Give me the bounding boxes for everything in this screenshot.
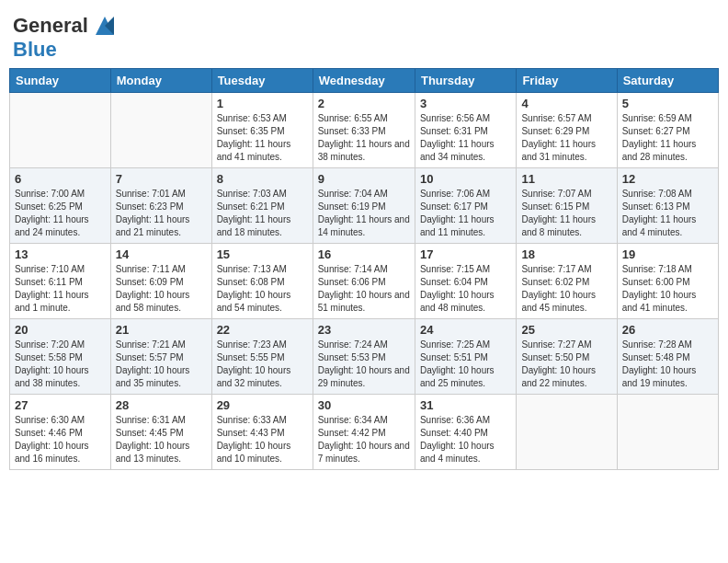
day-number: 22 <box>217 323 308 337</box>
calendar-cell: 16Sunrise: 7:14 AM Sunset: 6:06 PM Dayli… <box>313 244 415 319</box>
day-info: Sunrise: 7:13 AM Sunset: 6:08 PM Dayligh… <box>217 263 308 315</box>
calendar-cell: 13Sunrise: 7:10 AM Sunset: 6:11 PM Dayli… <box>10 244 111 319</box>
calendar-week-row: 6Sunrise: 7:00 AM Sunset: 6:25 PM Daylig… <box>10 168 719 244</box>
calendar-cell: 23Sunrise: 7:24 AM Sunset: 5:53 PM Dayli… <box>313 319 415 395</box>
calendar-cell: 17Sunrise: 7:15 AM Sunset: 6:04 PM Dayli… <box>415 244 516 319</box>
calendar-cell: 4Sunrise: 6:57 AM Sunset: 6:29 PM Daylig… <box>517 93 617 168</box>
day-number: 28 <box>116 398 207 412</box>
day-info: Sunrise: 7:14 AM Sunset: 6:06 PM Dayligh… <box>318 263 410 315</box>
day-number: 25 <box>521 323 611 337</box>
calendar-cell: 29Sunrise: 6:33 AM Sunset: 4:43 PM Dayli… <box>211 395 313 470</box>
day-info: Sunrise: 6:57 AM Sunset: 6:29 PM Dayligh… <box>521 112 611 164</box>
weekday-header-cell: Monday <box>110 69 211 93</box>
day-info: Sunrise: 7:03 AM Sunset: 6:21 PM Dayligh… <box>217 188 308 239</box>
day-number: 6 <box>15 172 106 186</box>
calendar-cell: 6Sunrise: 7:00 AM Sunset: 6:25 PM Daylig… <box>10 168 111 244</box>
calendar-week-row: 27Sunrise: 6:30 AM Sunset: 4:46 PM Dayli… <box>10 395 719 470</box>
calendar-cell: 11Sunrise: 7:07 AM Sunset: 6:15 PM Dayli… <box>517 168 617 244</box>
day-number: 4 <box>521 97 611 110</box>
day-number: 29 <box>217 398 308 412</box>
day-number: 24 <box>420 323 511 337</box>
logo: General Blue <box>13 13 118 61</box>
calendar-cell <box>110 93 211 168</box>
day-info: Sunrise: 6:56 AM Sunset: 6:31 PM Dayligh… <box>420 112 511 164</box>
page-header: General Blue <box>9 9 719 61</box>
calendar-cell: 20Sunrise: 7:20 AM Sunset: 5:58 PM Dayli… <box>10 319 111 395</box>
day-info: Sunrise: 7:28 AM Sunset: 5:48 PM Dayligh… <box>622 339 713 390</box>
logo-text-blue: Blue <box>13 38 57 61</box>
day-number: 12 <box>622 172 713 186</box>
calendar-cell: 9Sunrise: 7:04 AM Sunset: 6:19 PM Daylig… <box>313 168 415 244</box>
calendar-cell: 19Sunrise: 7:18 AM Sunset: 6:00 PM Dayli… <box>617 244 718 319</box>
day-number: 30 <box>318 398 410 412</box>
day-number: 17 <box>420 247 511 261</box>
calendar-cell: 10Sunrise: 7:06 AM Sunset: 6:17 PM Dayli… <box>415 168 516 244</box>
calendar-cell: 26Sunrise: 7:28 AM Sunset: 5:48 PM Dayli… <box>617 319 718 395</box>
day-info: Sunrise: 6:34 AM Sunset: 4:42 PM Dayligh… <box>318 414 410 465</box>
day-info: Sunrise: 6:53 AM Sunset: 6:35 PM Dayligh… <box>217 112 308 164</box>
day-info: Sunrise: 7:25 AM Sunset: 5:51 PM Dayligh… <box>420 339 511 390</box>
day-info: Sunrise: 7:27 AM Sunset: 5:50 PM Dayligh… <box>521 339 611 390</box>
day-number: 9 <box>318 172 410 186</box>
day-info: Sunrise: 7:21 AM Sunset: 5:57 PM Dayligh… <box>116 339 207 390</box>
day-info: Sunrise: 7:17 AM Sunset: 6:02 PM Dayligh… <box>521 263 611 315</box>
day-number: 13 <box>15 247 106 261</box>
weekday-header-cell: Saturday <box>617 69 718 93</box>
calendar-cell: 18Sunrise: 7:17 AM Sunset: 6:02 PM Dayli… <box>517 244 617 319</box>
calendar-cell: 31Sunrise: 6:36 AM Sunset: 4:40 PM Dayli… <box>415 395 516 470</box>
day-info: Sunrise: 7:18 AM Sunset: 6:00 PM Dayligh… <box>622 263 713 315</box>
calendar-cell: 3Sunrise: 6:56 AM Sunset: 6:31 PM Daylig… <box>415 93 516 168</box>
calendar-cell: 24Sunrise: 7:25 AM Sunset: 5:51 PM Dayli… <box>415 319 516 395</box>
calendar-cell: 1Sunrise: 6:53 AM Sunset: 6:35 PM Daylig… <box>211 93 313 168</box>
day-number: 19 <box>622 247 713 261</box>
calendar-cell: 22Sunrise: 7:23 AM Sunset: 5:55 PM Dayli… <box>211 319 313 395</box>
day-info: Sunrise: 6:59 AM Sunset: 6:27 PM Dayligh… <box>622 112 713 164</box>
logo-text-general: General <box>13 15 88 37</box>
calendar-cell: 30Sunrise: 6:34 AM Sunset: 4:42 PM Dayli… <box>313 395 415 470</box>
day-number: 27 <box>15 398 106 412</box>
calendar-cell <box>10 93 111 168</box>
calendar-cell <box>617 395 718 470</box>
day-info: Sunrise: 7:01 AM Sunset: 6:23 PM Dayligh… <box>116 188 207 239</box>
weekday-header-row: SundayMondayTuesdayWednesdayThursdayFrid… <box>10 69 719 93</box>
day-number: 2 <box>318 97 410 110</box>
calendar-table: SundayMondayTuesdayWednesdayThursdayFrid… <box>9 68 719 470</box>
day-number: 20 <box>15 323 106 337</box>
day-number: 1 <box>217 97 308 110</box>
weekday-header-cell: Friday <box>517 69 617 93</box>
day-info: Sunrise: 6:55 AM Sunset: 6:33 PM Dayligh… <box>318 112 410 164</box>
day-info: Sunrise: 6:31 AM Sunset: 4:45 PM Dayligh… <box>116 414 207 465</box>
day-number: 3 <box>420 97 511 110</box>
calendar-cell: 12Sunrise: 7:08 AM Sunset: 6:13 PM Dayli… <box>617 168 718 244</box>
day-number: 15 <box>217 247 308 261</box>
calendar-week-row: 20Sunrise: 7:20 AM Sunset: 5:58 PM Dayli… <box>10 319 719 395</box>
calendar-cell <box>517 395 617 470</box>
day-info: Sunrise: 7:04 AM Sunset: 6:19 PM Dayligh… <box>318 188 410 239</box>
day-info: Sunrise: 7:10 AM Sunset: 6:11 PM Dayligh… <box>15 263 106 315</box>
day-info: Sunrise: 7:11 AM Sunset: 6:09 PM Dayligh… <box>116 263 207 315</box>
day-info: Sunrise: 7:00 AM Sunset: 6:25 PM Dayligh… <box>15 188 106 239</box>
day-info: Sunrise: 6:30 AM Sunset: 4:46 PM Dayligh… <box>15 414 106 465</box>
day-number: 23 <box>318 323 410 337</box>
day-number: 26 <box>622 323 713 337</box>
calendar-cell: 27Sunrise: 6:30 AM Sunset: 4:46 PM Dayli… <box>10 395 111 470</box>
calendar-cell: 8Sunrise: 7:03 AM Sunset: 6:21 PM Daylig… <box>211 168 313 244</box>
weekday-header-cell: Wednesday <box>313 69 415 93</box>
day-number: 8 <box>217 172 308 186</box>
calendar-cell: 21Sunrise: 7:21 AM Sunset: 5:57 PM Dayli… <box>110 319 211 395</box>
calendar-cell: 28Sunrise: 6:31 AM Sunset: 4:45 PM Dayli… <box>110 395 211 470</box>
weekday-header-cell: Tuesday <box>211 69 313 93</box>
day-info: Sunrise: 7:23 AM Sunset: 5:55 PM Dayligh… <box>217 339 308 390</box>
calendar-cell: 5Sunrise: 6:59 AM Sunset: 6:27 PM Daylig… <box>617 93 718 168</box>
calendar-week-row: 1Sunrise: 6:53 AM Sunset: 6:35 PM Daylig… <box>10 93 719 168</box>
day-info: Sunrise: 7:24 AM Sunset: 5:53 PM Dayligh… <box>318 339 410 390</box>
day-number: 21 <box>116 323 207 337</box>
calendar-cell: 25Sunrise: 7:27 AM Sunset: 5:50 PM Dayli… <box>517 319 617 395</box>
day-number: 16 <box>318 247 410 261</box>
calendar-cell: 14Sunrise: 7:11 AM Sunset: 6:09 PM Dayli… <box>110 244 211 319</box>
day-info: Sunrise: 7:20 AM Sunset: 5:58 PM Dayligh… <box>15 339 106 390</box>
logo-icon <box>92 13 118 39</box>
day-info: Sunrise: 7:06 AM Sunset: 6:17 PM Dayligh… <box>420 188 511 239</box>
day-number: 18 <box>521 247 611 261</box>
day-info: Sunrise: 7:15 AM Sunset: 6:04 PM Dayligh… <box>420 263 511 315</box>
